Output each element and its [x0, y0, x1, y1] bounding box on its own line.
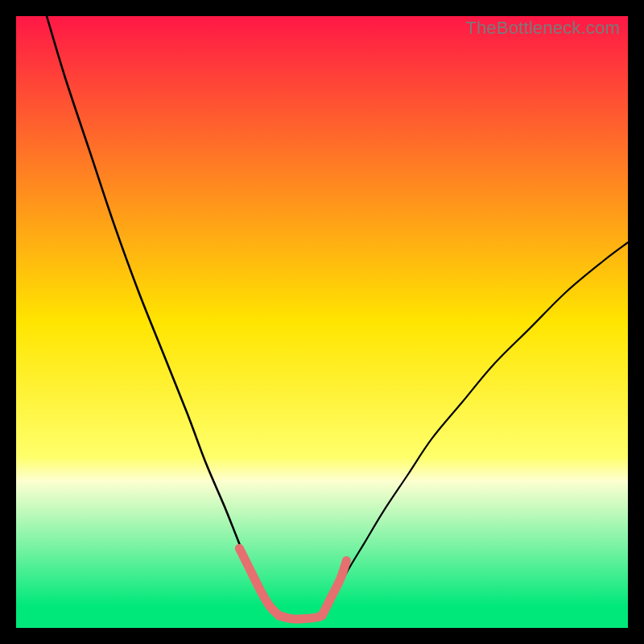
watermark-text: TheBottleneck.com [465, 18, 620, 39]
bottleneck-chart [16, 16, 628, 628]
chart-frame: TheBottleneck.com [16, 16, 628, 628]
highlight-trough [279, 616, 322, 619]
